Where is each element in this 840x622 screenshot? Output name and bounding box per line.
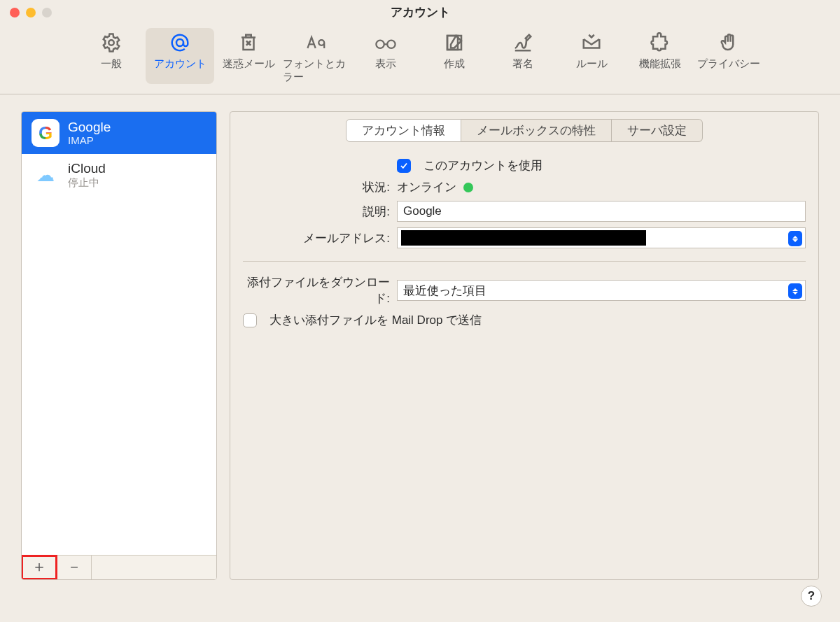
account-name: Google (68, 120, 111, 135)
tab-label: ルール (576, 57, 608, 71)
tab-label: 表示 (375, 57, 396, 71)
chevron-updown-icon (788, 231, 802, 246)
account-sub: 停止中 (68, 176, 106, 190)
account-detail-panel: アカウント情報 メールボックスの特性 サーバ設定 このアカウントを使用 状況: … (230, 111, 819, 580)
add-account-button[interactable]: ＋ (22, 556, 57, 579)
download-attachments-label: 添付ファイルをダウンロード: (243, 274, 397, 306)
hand-icon (716, 32, 741, 53)
remove-account-button[interactable]: － (57, 556, 92, 579)
tab-general[interactable]: 一般 (77, 28, 146, 84)
signature-icon (510, 32, 536, 53)
account-row-google[interactable]: G Google IMAP (22, 112, 216, 154)
tab-signatures[interactable]: 署名 (489, 28, 557, 84)
trash-x-icon (236, 32, 261, 53)
compose-icon (442, 32, 467, 53)
tab-extensions[interactable]: 機能拡張 (626, 28, 694, 84)
tab-rules[interactable]: ルール (557, 28, 626, 84)
download-attachments-select[interactable]: 最近使った項目 (397, 280, 806, 301)
seg-server-settings[interactable]: サーバ設定 (612, 119, 703, 142)
account-name: iCloud (68, 161, 106, 176)
seg-mailbox-behavior[interactable]: メールボックスの特性 (461, 119, 612, 142)
status-value: オンライン (397, 179, 456, 195)
font-icon (304, 32, 330, 53)
tab-label: 一般 (101, 57, 122, 71)
maildrop-label: 大きい添付ファイルを Mail Drop で送信 (270, 312, 482, 328)
accounts-sidebar: G Google IMAP ☁ iCloud 停止中 ＋ － (21, 111, 217, 580)
help-button[interactable]: ? (801, 586, 822, 607)
window-minimize-button[interactable] (26, 8, 36, 17)
description-field[interactable]: Google (397, 201, 806, 222)
tab-label: 迷惑メール (223, 57, 275, 71)
puzzle-icon (648, 32, 673, 53)
email-label: メールアドレス: (243, 230, 397, 246)
separator (243, 261, 806, 262)
description-value: Google (403, 204, 442, 218)
at-icon (167, 32, 192, 53)
preferences-toolbar: 一般 アカウント 迷惑メール フォントとカラー 表示 作成 署名 (0, 25, 840, 94)
tab-accounts[interactable]: アカウント (146, 28, 214, 84)
tab-privacy[interactable]: プライバシー (694, 28, 763, 84)
window-zoom-button[interactable] (42, 8, 52, 17)
email-address-select[interactable] (397, 227, 806, 248)
gear-icon (99, 32, 124, 53)
account-sub: IMAP (68, 134, 111, 146)
tab-label: 作成 (444, 57, 465, 71)
tab-label: フォントとカラー (283, 57, 351, 84)
tab-junk[interactable]: 迷惑メール (214, 28, 283, 84)
chevron-updown-icon (788, 283, 802, 299)
svg-point-1 (176, 39, 183, 46)
cloud-icon: ☁ (31, 161, 59, 189)
svg-point-0 (108, 40, 114, 45)
maildrop-checkbox[interactable] (243, 313, 257, 327)
glasses-icon (373, 32, 398, 53)
status-online-icon (463, 183, 473, 192)
tab-label: 署名 (512, 57, 533, 71)
description-label: 説明: (243, 204, 397, 220)
sidebar-footer-spacer (92, 556, 216, 579)
account-row-icloud[interactable]: ☁ iCloud 停止中 (22, 154, 216, 197)
enable-account-label: このアカウントを使用 (424, 157, 542, 174)
tab-label: 機能拡張 (639, 57, 681, 71)
tab-label: プライバシー (697, 57, 760, 71)
download-attachments-value: 最近使った項目 (403, 283, 486, 299)
tab-composing[interactable]: 作成 (420, 28, 489, 84)
window-close-button[interactable] (10, 8, 20, 17)
status-label: 状況: (243, 179, 397, 195)
google-icon: G (31, 119, 59, 147)
svg-point-3 (387, 41, 395, 48)
seg-account-info[interactable]: アカウント情報 (346, 119, 461, 142)
svg-point-2 (376, 41, 384, 48)
tab-viewing[interactable]: 表示 (351, 28, 420, 84)
tab-label: アカウント (154, 57, 206, 71)
enable-account-checkbox[interactable] (397, 159, 411, 173)
tab-fonts[interactable]: フォントとカラー (283, 28, 351, 84)
window-title: アカウント (391, 6, 450, 19)
rules-icon (579, 32, 604, 53)
